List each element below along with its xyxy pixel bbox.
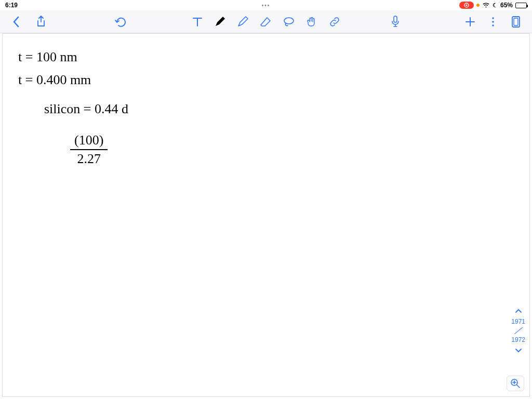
fraction-numerator: (100): [70, 132, 108, 149]
chevron-down-icon: [515, 348, 522, 353]
lasso-tool[interactable]: [282, 15, 296, 29]
chevron-left-icon: [12, 16, 20, 28]
tool-picker: [191, 15, 341, 29]
marker-tool[interactable]: [214, 15, 227, 29]
link-tool-icon: [329, 16, 340, 28]
do-not-disturb-icon: ☾: [493, 2, 498, 9]
status-grabber: •••: [262, 3, 271, 8]
text-tool[interactable]: [191, 15, 204, 29]
handwriting-line-3: silicon = 0.44 d: [44, 101, 128, 117]
handwriting-line-2: t = 0.400 mm: [18, 72, 91, 88]
shape-tool[interactable]: [305, 15, 318, 29]
hand-tool-icon: [306, 16, 317, 28]
wifi-icon: [482, 3, 490, 8]
marker-tool-icon: [214, 16, 227, 28]
share-icon: [36, 16, 46, 28]
svg-point-2: [284, 18, 294, 24]
attachment-tool[interactable]: [328, 15, 341, 29]
undo-button[interactable]: [114, 15, 128, 29]
pages-icon: [511, 16, 521, 28]
page-next-number[interactable]: 1972: [511, 336, 525, 343]
pen-tool[interactable]: [236, 15, 250, 29]
battery-icon: [515, 3, 527, 8]
back-button[interactable]: [9, 15, 23, 29]
battery-percent: 65%: [500, 2, 513, 9]
handwriting-fraction: (100) 2.27: [70, 132, 108, 167]
app-toolbar: [0, 10, 532, 33]
svg-point-5: [492, 21, 494, 23]
fraction-denominator: 2.27: [73, 150, 105, 167]
status-time: 6:19: [5, 2, 18, 9]
page-current[interactable]: 1971: [511, 318, 525, 325]
handwriting-line-1: t = 100 nm: [18, 49, 77, 65]
more-vertical-icon: [491, 16, 495, 28]
add-button[interactable]: [463, 15, 477, 29]
note-canvas-frame: t = 100 nm t = 0.400 mm silicon = 0.44 d…: [2, 33, 530, 397]
more-button[interactable]: [486, 15, 500, 29]
text-tool-icon: [192, 16, 203, 28]
record-icon: [463, 2, 470, 8]
status-bar: 6:19 ••• ☾ 65%: [0, 0, 532, 10]
mic-button[interactable]: [389, 15, 402, 29]
mic-in-use-dot-icon: [476, 4, 480, 7]
plus-icon: [464, 16, 476, 28]
pages-button[interactable]: [509, 15, 523, 29]
status-left: 6:19: [5, 2, 18, 9]
svg-point-4: [492, 17, 494, 19]
mic-icon: [391, 16, 400, 28]
page-next-button[interactable]: [515, 347, 522, 355]
share-button[interactable]: [34, 15, 48, 29]
zoom-in-icon: [510, 378, 521, 389]
page-divider-icon: [514, 327, 523, 335]
svg-point-6: [492, 24, 494, 26]
note-canvas[interactable]: t = 100 nm t = 0.400 mm silicon = 0.44 d…: [3, 34, 529, 396]
status-right: ☾ 65%: [459, 2, 527, 9]
undo-icon: [114, 17, 128, 27]
eraser-tool[interactable]: [259, 15, 273, 29]
pen-tool-icon: [237, 16, 249, 28]
zoom-in-button[interactable]: [507, 376, 524, 391]
svg-rect-8: [514, 18, 518, 25]
eraser-tool-icon: [260, 16, 272, 28]
lasso-tool-icon: [283, 16, 295, 28]
page-prev-button[interactable]: [515, 307, 522, 315]
chevron-up-icon: [515, 308, 522, 313]
page-navigator: 1971 1972: [511, 307, 525, 355]
screen-record-indicator[interactable]: [459, 2, 474, 9]
svg-point-1: [466, 4, 467, 6]
svg-rect-3: [394, 16, 397, 22]
